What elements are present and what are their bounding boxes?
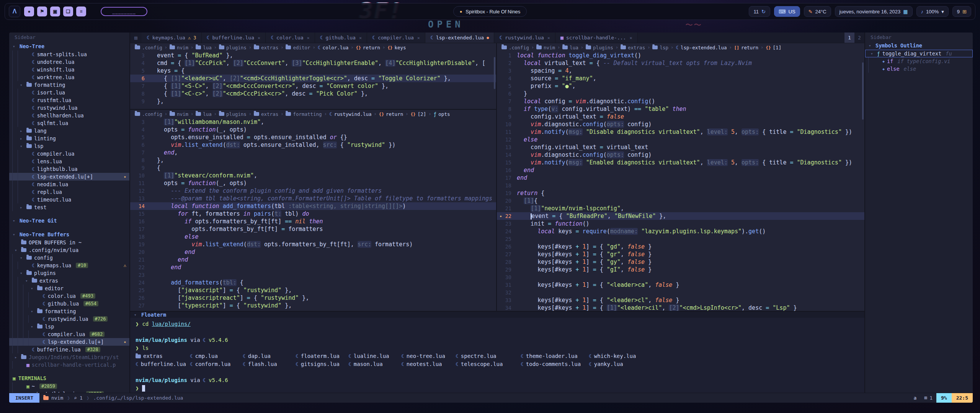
breadcrumb-segment-1[interactable]: {}[1]	[766, 45, 781, 50]
keyboard-layout[interactable]: ⌨US	[774, 6, 800, 17]
code-line[interactable]: 4 cmd = { [1]"CccPick", [2]"CccConvert",…	[130, 59, 496, 67]
tree-item-config[interactable]: ▾config	[9, 254, 129, 262]
code-line[interactable]: 7 local config = vim.diagnostic.config()	[497, 98, 864, 105]
breadcrumb-segment-lua[interactable]: lua	[196, 111, 212, 117]
code-line[interactable]: 12 --- Extend the conform plugin config …	[130, 187, 496, 195]
clock-widget[interactable]: jueves, noviembre 16, 2023▦	[835, 6, 913, 17]
tab-lsp-extended-lua[interactable]: ☾lsp-extended.lua●	[425, 33, 494, 43]
code-line[interactable]: 7 { [1]"<S-C>", [2]"<cmd>CccConvert<cr>"…	[130, 82, 496, 90]
code-line[interactable]: 19 vim.list_extend(dst: opts.formatters_…	[130, 241, 496, 248]
close-icon[interactable]: ✕	[417, 35, 420, 41]
breadcrumb-segment-return[interactable]: {}return	[379, 111, 403, 117]
tree-item-neodim-lua[interactable]: ☾neodim.lua	[9, 180, 129, 188]
tree-item-extras[interactable]: ▾extras	[9, 277, 129, 285]
code-line[interactable]: 28 keys[#keys + 1] = { "gy", false }	[497, 258, 864, 266]
tree-item-isort-lua[interactable]: ☾isort.lua	[9, 89, 129, 96]
code-line[interactable]: 11 vim.notify(msg: "Disable diagnostics …	[497, 128, 864, 136]
code-line[interactable]: 4 source = "if_many",	[497, 75, 864, 82]
breadcrumb-segment-plugins[interactable]: plugins	[219, 111, 247, 117]
code-line[interactable]: 17end	[497, 174, 864, 182]
tree-item-juegos-indies-steamlibrary-st[interactable]: ▸Juegos/Indies/SteamLibrary/st	[9, 353, 129, 361]
breadcrumb-segment-lua[interactable]: lua	[562, 45, 578, 50]
volume-widget[interactable]: ♪100%▾	[916, 6, 949, 17]
code-line[interactable]: 16 if opts.formatters_by_ft[ft] == nil t…	[130, 218, 496, 225]
tree-item-bufferline-lua[interactable]: ☾bufferline.lua#328	[9, 346, 129, 353]
tree-item-open-buffers-in[interactable]: OPEN BUFFERS in ~	[9, 239, 129, 246]
code-line[interactable]: 6 }	[497, 90, 864, 98]
copy-button[interactable]: ❏	[63, 7, 73, 16]
code-line[interactable]: 26 keys[#keys + 1] = { "gd", false }	[497, 243, 864, 250]
breadcrumb-segment-formatting[interactable]: formatting	[286, 111, 322, 117]
code-line[interactable]: 24 local keys = require(modname: "lazyvi…	[497, 228, 864, 235]
code-line[interactable]: 27 ["typescript"] = { "rustywind" },	[130, 302, 496, 309]
search-pill[interactable]: ________	[101, 7, 147, 16]
tree-item-lightbulb-lua[interactable]: ☾lightbulb.lua	[9, 165, 129, 173]
tree-item-timeout-lua[interactable]: ☾timeout.lua	[9, 196, 129, 203]
code-line[interactable]: 18	[497, 182, 864, 189]
tree-item-lsp[interactable]: ▾lsp	[9, 142, 129, 150]
tree-item-repl-lua[interactable]: ☾repl.lua	[9, 188, 129, 196]
close-icon[interactable]: ✕	[629, 35, 632, 41]
code-line[interactable]: 9 {	[130, 164, 496, 172]
code-line[interactable]: 8 { [1]"<C-c>", [2]"<cmd>CccPick<cr>", d…	[130, 90, 496, 98]
code-line[interactable]: 8 },	[130, 156, 496, 164]
breadcrumb-segment-config[interactable]: .config	[501, 45, 529, 50]
code-line[interactable]: 31 keys[#keys + 1] = { "<leader>ca", fal…	[497, 281, 864, 289]
section-header-neo-tree-buffers[interactable]: ▾Neo-Tree Buffers	[9, 230, 129, 239]
code-line[interactable]: 6 { [1]"<leader>uC", [2]"<cmd>CccHighlig…	[130, 75, 496, 82]
tree-item-lsp[interactable]: ▾lsp	[9, 323, 129, 330]
tree-item-test[interactable]: ▸test	[9, 203, 129, 211]
updates-indicator[interactable]: 11↻	[749, 6, 770, 17]
code-line[interactable]: 21 end	[130, 256, 496, 263]
section-header-neo-tree[interactable]: ▾Neo-Tree	[9, 42, 129, 50]
tree-item-color-lua[interactable]: ☾color.lua#493	[9, 292, 129, 300]
symbol-toggle-diag-virtext[interactable]: ▾ƒtoggle_diag_virtextfu	[865, 50, 973, 57]
code-line[interactable]: 13 config.virtual_text = virtual_text	[497, 143, 864, 151]
tree-item-worktree-lua[interactable]: ☾worktree.lua	[9, 73, 129, 81]
code-line[interactable]: ✦22 event = { "BufReadPre", "BufNewFile"…	[497, 212, 864, 220]
code-line[interactable]: 13 ---@param tbl table<string, conform.F…	[130, 195, 496, 202]
code-line[interactable]: 5 keys = {	[130, 67, 496, 75]
code-line[interactable]: 32	[497, 289, 864, 296]
code-line[interactable]: 33 keys[#keys + 1] = { "<leader>cl", fal…	[497, 296, 864, 304]
code-line[interactable]: 10 vim.diagnostic.config(opts: config)	[497, 120, 864, 128]
breadcrumb-segment-extras[interactable]: extras	[621, 45, 645, 50]
code-line[interactable]: 3 spacing = 4,	[497, 67, 864, 75]
code-line[interactable]: 10 [1]"stevearc/conform.nvim",	[130, 172, 496, 179]
code-line[interactable]: 23	[130, 271, 496, 279]
floaterm-header[interactable]: ▾ Floaterm	[130, 312, 864, 318]
code-line[interactable]: 30	[497, 273, 864, 281]
breadcrumb-segment-2[interactable]: {}[2]	[410, 111, 426, 117]
launcher-button[interactable]: Λ	[9, 6, 20, 17]
code-line[interactable]: 15 for ft, formatters in pairs(t: tbl) d…	[130, 210, 496, 218]
breadcrumb-segment-keys[interactable]: {}keys	[387, 45, 406, 50]
tree-item-scrollbar-handle-vertical-p[interactable]: ▦scrollbar-handle-vertical.p	[9, 361, 129, 369]
code-line[interactable]: 14 local function add_formatters(tbl :ta…	[130, 202, 496, 210]
code-line[interactable]: 34 keys[#keys + 1] = { [1]"<leader>cil",…	[497, 304, 864, 311]
code-line[interactable]: 6 vim.list_extend(dst: opts.ensure_insta…	[130, 141, 496, 149]
tree-item-c-n-l-plugins[interactable]: ▣~/.c/n/l/plugins#3980	[9, 390, 129, 393]
breadcrumb-segment-rustywind-lua[interactable]: ☾rustywind.lua	[329, 111, 372, 117]
section-header-terminals[interactable]: ▣TERMINALS	[9, 374, 129, 382]
code-line[interactable]: 8 if type(v: config.virtual_text) == "ta…	[497, 105, 864, 113]
tab-scrollbar-handle[interactable]: ▦scrollbar-handle-...✕	[555, 33, 638, 43]
tree-item-formatting[interactable]: ▾formatting	[9, 307, 129, 315]
grid-button[interactable]: ▣	[50, 7, 60, 16]
breadcrumb-segment-nvim[interactable]: nvim	[536, 45, 555, 50]
symbols-outline-header[interactable]: ▾ Symbols Outline	[865, 41, 973, 50]
flag-button[interactable]: ⚑	[37, 7, 47, 16]
section-header-neo-tree-git[interactable]: ▾Neo-Tree Git	[9, 216, 129, 225]
tree-item-lsp-extended-lu[interactable]: ☾lsp-extended.lu[+]✦	[9, 173, 129, 180]
tree-item-undotree-lua[interactable]: ☾undotree.lua	[9, 58, 129, 66]
notes-button[interactable]: ≡	[76, 7, 86, 16]
code-line[interactable]: 16 end	[497, 166, 864, 174]
tree-item-winshift-lua[interactable]: ☾winshift.lua	[9, 66, 129, 73]
now-playing[interactable]: ● Spiritbox - Rule Of Nines	[453, 6, 527, 17]
code-line[interactable]: 17 opts.formatters_by_ft[ft] = formatter…	[130, 225, 496, 233]
tree-item-rustywind-lua[interactable]: ☾rustywind.lua	[9, 104, 129, 112]
breadcrumb-segment-editor[interactable]: editor	[286, 45, 310, 50]
tree-item-rustywind-lua[interactable]: ☾rustywind.lua#726	[9, 315, 129, 323]
tree-item-config-nvim-lua[interactable]: ▾.config/nvim/lua	[9, 246, 129, 254]
close-icon[interactable]: ✕	[547, 35, 550, 41]
tree-item-compiler-lua[interactable]: ☾compiler.lua#682	[9, 330, 129, 338]
